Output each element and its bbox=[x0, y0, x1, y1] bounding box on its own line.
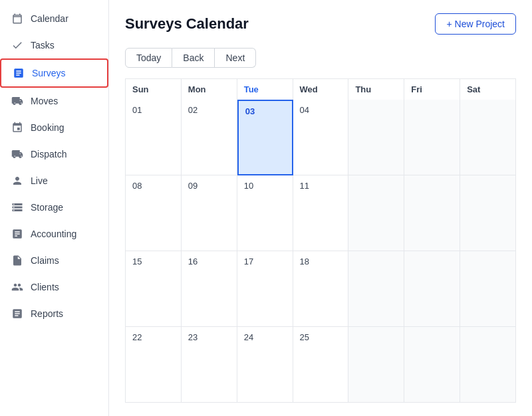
cal-cell-r2c7 bbox=[460, 175, 516, 251]
cal-row-4: 22 23 24 25 bbox=[125, 327, 516, 403]
page-title: Surveys Calendar bbox=[125, 15, 249, 33]
sidebar-item-label: Storage bbox=[31, 202, 63, 213]
reports-icon bbox=[11, 307, 24, 320]
calendar-header: Sun Mon Tue Wed Thu Fri Sat bbox=[125, 78, 516, 100]
cal-cell-22[interactable]: 22 bbox=[126, 327, 182, 403]
sidebar-item-tasks[interactable]: Tasks bbox=[0, 32, 108, 58]
cal-cell-18[interactable]: 18 bbox=[293, 251, 349, 327]
calendar: Sun Mon Tue Wed Thu Fri Sat 01 02 03 04 … bbox=[125, 78, 516, 403]
cal-row-3: 15 16 17 18 bbox=[125, 251, 516, 327]
cal-cell-17[interactable]: 17 bbox=[237, 251, 293, 327]
surveys-icon bbox=[12, 66, 25, 80]
sidebar-item-clients[interactable]: Clients bbox=[0, 274, 108, 300]
today-button[interactable]: Today bbox=[125, 48, 172, 68]
claims-icon bbox=[11, 254, 24, 267]
cal-cell-r3c5 bbox=[348, 251, 404, 327]
col-sun: Sun bbox=[126, 79, 182, 100]
page-header: Surveys Calendar + New Project bbox=[125, 13, 516, 35]
sidebar-item-moves[interactable]: Moves bbox=[0, 88, 108, 114]
sidebar-item-surveys[interactable]: Surveys bbox=[0, 58, 108, 88]
accounting-icon bbox=[11, 227, 24, 241]
sidebar-item-label: Calendar bbox=[31, 13, 68, 24]
col-thu: Thu bbox=[348, 79, 404, 100]
cal-cell-15[interactable]: 15 bbox=[126, 251, 182, 327]
back-button[interactable]: Back bbox=[172, 48, 215, 68]
cal-cell-04[interactable]: 04 bbox=[293, 100, 349, 175]
sidebar-item-label: Moves bbox=[31, 96, 58, 106]
main-content: Surveys Calendar + New Project Today Bac… bbox=[109, 0, 532, 416]
sidebar-item-label: Clients bbox=[31, 282, 59, 292]
cal-row-2: 08 09 10 11 bbox=[125, 175, 516, 251]
storage-icon bbox=[11, 201, 24, 214]
col-tue: Tue bbox=[237, 79, 293, 100]
cal-cell-23[interactable]: 23 bbox=[182, 327, 237, 403]
cal-cell-r2c5 bbox=[348, 175, 404, 251]
cal-cell-r4c6 bbox=[404, 327, 460, 403]
cal-cell-16[interactable]: 16 bbox=[182, 251, 237, 327]
next-button[interactable]: Next bbox=[215, 48, 256, 68]
calendar-nav: Today Back Next bbox=[125, 48, 516, 68]
new-project-button[interactable]: + New Project bbox=[435, 13, 516, 35]
cal-cell-r1c5 bbox=[348, 100, 404, 175]
cal-cell-11[interactable]: 11 bbox=[293, 175, 349, 251]
col-sat: Sat bbox=[460, 79, 516, 100]
sidebar-item-label: Dispatch bbox=[31, 149, 66, 159]
cal-cell-r4c5 bbox=[348, 327, 404, 403]
sidebar-item-label: Surveys bbox=[32, 68, 66, 78]
sidebar-item-storage[interactable]: Storage bbox=[0, 194, 108, 221]
col-fri: Fri bbox=[404, 79, 460, 100]
sidebar-item-label: Claims bbox=[31, 255, 59, 266]
col-mon: Mon bbox=[182, 79, 237, 100]
sidebar-item-label: Reports bbox=[31, 308, 63, 319]
cal-cell-01[interactable]: 01 bbox=[126, 100, 182, 175]
sidebar-item-dispatch[interactable]: Dispatch bbox=[0, 141, 108, 167]
cal-cell-25[interactable]: 25 bbox=[293, 327, 349, 403]
sidebar-item-claims[interactable]: Claims bbox=[0, 247, 108, 274]
sidebar-item-booking[interactable]: Booking bbox=[0, 114, 108, 141]
sidebar-item-label: Booking bbox=[31, 122, 65, 133]
cal-cell-09[interactable]: 09 bbox=[182, 175, 237, 251]
sidebar-item-live[interactable]: Live bbox=[0, 167, 108, 194]
calendar-body: 01 02 03 04 08 09 10 11 15 16 bbox=[125, 100, 516, 403]
cal-cell-r3c7 bbox=[460, 251, 516, 327]
tasks-icon bbox=[11, 39, 24, 52]
live-icon bbox=[11, 174, 24, 187]
cal-cell-r3c6 bbox=[404, 251, 460, 327]
cal-cell-r1c6 bbox=[404, 100, 460, 175]
cal-cell-08[interactable]: 08 bbox=[126, 175, 182, 251]
cal-row-1: 01 02 03 04 bbox=[125, 100, 516, 175]
sidebar-item-label: Accounting bbox=[31, 229, 76, 239]
sidebar-item-reports[interactable]: Reports bbox=[0, 300, 108, 327]
calendar-icon bbox=[11, 12, 24, 25]
moves-icon bbox=[11, 94, 24, 108]
col-wed: Wed bbox=[293, 79, 349, 100]
cal-cell-r1c7 bbox=[460, 100, 516, 175]
sidebar-item-label: Live bbox=[31, 175, 48, 186]
booking-icon bbox=[11, 121, 24, 134]
dispatch-icon bbox=[11, 148, 24, 161]
clients-icon bbox=[11, 280, 24, 294]
cal-cell-02[interactable]: 02 bbox=[182, 100, 237, 175]
cal-cell-03[interactable]: 03 bbox=[237, 100, 293, 175]
sidebar: Calendar Tasks Surveys Moves Booking Dis… bbox=[0, 0, 109, 416]
cal-cell-24[interactable]: 24 bbox=[237, 327, 293, 403]
cal-cell-r4c7 bbox=[460, 327, 516, 403]
cal-cell-10[interactable]: 10 bbox=[237, 175, 293, 251]
cal-cell-r2c6 bbox=[404, 175, 460, 251]
sidebar-item-accounting[interactable]: Accounting bbox=[0, 221, 108, 247]
sidebar-item-calendar[interactable]: Calendar bbox=[0, 5, 108, 32]
sidebar-item-label: Tasks bbox=[31, 40, 55, 51]
